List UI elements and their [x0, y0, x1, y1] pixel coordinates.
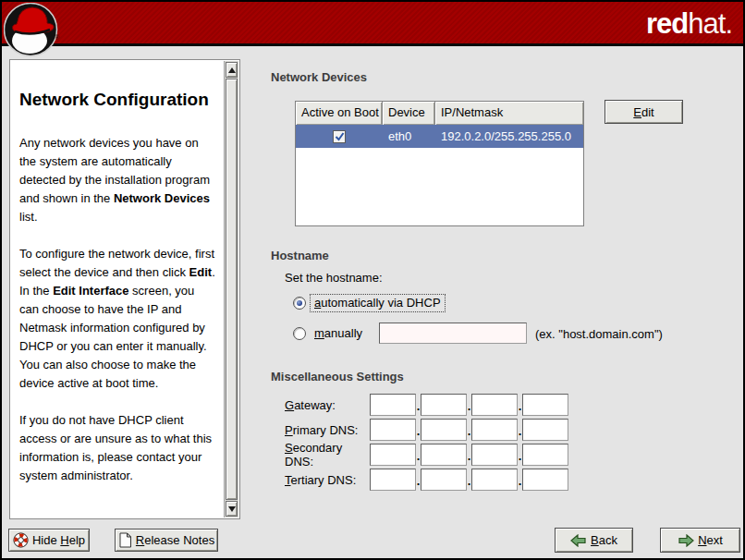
release-notes-button[interactable]: Release Notes [115, 529, 218, 552]
back-arrow-icon [570, 534, 587, 547]
column-header-device[interactable]: Device [383, 102, 435, 125]
tertiary-dns-octet-1[interactable] [370, 469, 416, 491]
device-row-eth0[interactable]: eth0 192.0.2.0/255.255.255.0 [296, 125, 583, 148]
primary-dns-octet-2[interactable] [421, 419, 467, 441]
help-title: Network Configuration [19, 85, 216, 114]
gateway-row: Gateway: ... [285, 394, 568, 416]
secondary-dns-label: Secondary DNS: [285, 441, 370, 469]
hostname-manual-label: manually [311, 325, 366, 342]
help-paragraph-2: To configure the network device, first s… [19, 245, 216, 393]
scroll-down-button[interactable] [226, 501, 238, 517]
edit-button[interactable]: Edit [605, 100, 683, 124]
misc-settings-grid: Gateway: ... Primary DNS: ... Secondary … [285, 394, 568, 493]
primary-dns-label: Primary DNS: [285, 423, 370, 437]
hostname-auto-option[interactable]: automatically via DHCP [293, 295, 445, 311]
checkmark-icon [335, 131, 345, 141]
scrollbar-thumb[interactable] [226, 79, 238, 500]
ip-netmask-cell: 192.0.2.0/255.255.255.0 [435, 129, 583, 143]
help-paragraph-1: Any network devices you have on the syst… [19, 134, 216, 226]
gateway-octet-4[interactable] [522, 394, 568, 416]
primary-dns-octet-3[interactable] [471, 419, 518, 441]
hostname-input[interactable] [379, 323, 527, 344]
hostname-auto-label: automatically via DHCP [311, 295, 445, 311]
misc-settings-heading: Miscellaneous Settings [271, 370, 404, 383]
hide-help-button[interactable]: Hide Help [8, 529, 90, 552]
set-hostname-label: Set the hostname: [285, 271, 383, 285]
gateway-label: Gateway: [285, 398, 370, 412]
gateway-octet-3[interactable] [471, 394, 518, 416]
hostname-auto-radio[interactable] [293, 297, 306, 310]
network-devices-heading: Network Devices [271, 70, 367, 84]
secondary-dns-octet-4[interactable] [522, 444, 568, 466]
svg-text:®: ® [55, 34, 60, 41]
tertiary-dns-octet-2[interactable] [421, 469, 467, 491]
primary-dns-octet-1[interactable] [370, 419, 416, 441]
active-on-boot-checkbox[interactable] [333, 130, 346, 143]
scroll-up-icon [228, 67, 236, 73]
redhat-shadowman-logo-icon: ® [4, 3, 61, 58]
primary-dns-octet-4[interactable] [522, 419, 568, 441]
network-devices-table: Active on Boot Device IP/Netmask eth0 19… [295, 101, 584, 226]
wordmark-red: red [646, 7, 688, 40]
back-button[interactable]: Back [555, 528, 633, 553]
installer-window: redhat. ® Network Configuration Any netw… [0, 0, 745, 560]
gateway-octet-2[interactable] [421, 394, 467, 416]
device-cell: eth0 [383, 129, 435, 143]
next-arrow-icon [678, 534, 694, 547]
help-lifering-icon [13, 532, 29, 548]
hostname-manual-option[interactable]: manually [293, 325, 366, 342]
help-panel: Network Configuration Any network device… [9, 59, 240, 519]
scroll-up-button[interactable] [226, 62, 238, 78]
top-banner: redhat. [2, 2, 743, 46]
tertiary-dns-row: Tertiary DNS: ... [285, 469, 568, 491]
redhat-wordmark: redhat. [646, 8, 732, 40]
help-content: Network Configuration Any network device… [10, 60, 224, 518]
document-icon [118, 532, 132, 548]
secondary-dns-row: Secondary DNS: ... [285, 444, 568, 466]
tertiary-dns-octet-3[interactable] [471, 469, 518, 491]
help-scrollbar[interactable] [224, 61, 238, 517]
secondary-dns-octet-1[interactable] [370, 444, 416, 466]
hostname-heading: Hostname [271, 249, 329, 262]
secondary-dns-octet-3[interactable] [471, 444, 518, 466]
help-paragraph-3: If you do not have DHCP client access or… [19, 411, 216, 485]
next-button[interactable]: Next [660, 528, 740, 553]
hostname-manual-radio[interactable] [293, 327, 306, 340]
column-header-ip-netmask[interactable]: IP/Netmask [435, 102, 583, 125]
primary-dns-row: Primary DNS: ... [285, 419, 568, 441]
gateway-octet-1[interactable] [370, 394, 416, 416]
wordmark-hat: hat. [688, 7, 732, 40]
scroll-down-icon [228, 506, 236, 512]
tertiary-dns-octet-4[interactable] [522, 469, 568, 491]
secondary-dns-octet-2[interactable] [421, 444, 467, 466]
tertiary-dns-label: Tertiary DNS: [285, 473, 370, 487]
table-header-row: Active on Boot Device IP/Netmask [296, 102, 583, 125]
column-header-active-on-boot[interactable]: Active on Boot [296, 102, 383, 125]
hostname-example-hint: (ex. "host.domain.com") [535, 327, 663, 341]
